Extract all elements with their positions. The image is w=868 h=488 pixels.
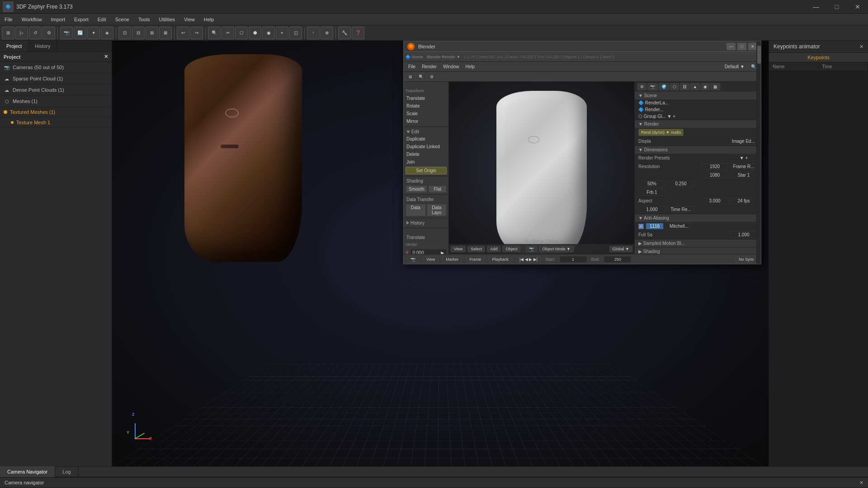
aspect-x-value[interactable]: 3.000 bbox=[701, 197, 728, 204]
bl-menu-help[interactable]: Help bbox=[463, 62, 478, 72]
bl-motion-blur-title[interactable]: ▶ Sampled Motion Bl... bbox=[635, 239, 761, 247]
bl-x-input[interactable]: 0.000 ▶ bbox=[410, 249, 447, 254]
bl-antialias-title[interactable]: ▼ Anti-Aliasing bbox=[635, 214, 761, 222]
bl-prop-data-icon[interactable]: ▲ bbox=[690, 83, 700, 90]
menu-export[interactable]: Export bbox=[70, 14, 93, 25]
bl-render-engine[interactable]: Blender Render ▼ bbox=[427, 55, 460, 59]
toolbar-btn-8[interactable]: ◈ bbox=[101, 27, 113, 39]
toolbar-btn-22[interactable]: ↑ bbox=[307, 27, 320, 39]
bl-prop-render-icon[interactable]: 📷 bbox=[647, 83, 658, 90]
bl-toolbar-btn-2[interactable]: 🔍 bbox=[415, 74, 427, 80]
scale2-value[interactable]: 0.250 bbox=[667, 180, 694, 187]
bl-vt-icon-cam[interactable]: 📷 bbox=[526, 246, 537, 252]
bl-scene-selector[interactable]: 🔷 Scene bbox=[406, 55, 423, 59]
bl-prop-object-icon[interactable]: ⬡ bbox=[670, 83, 679, 90]
sidebar-item-textured[interactable]: Textured Meshes (1) bbox=[0, 107, 112, 117]
menu-help[interactable]: Help bbox=[199, 14, 219, 25]
bl-start-value[interactable]: 1 bbox=[560, 256, 587, 263]
toolbar-btn-9[interactable]: ⊡ bbox=[118, 27, 131, 39]
bl-prop-constraint-icon[interactable]: ⛓ bbox=[680, 83, 689, 90]
maximize-button[interactable]: □ bbox=[826, 0, 847, 14]
bl-vt-view[interactable]: View bbox=[451, 246, 466, 252]
toolbar-btn-2[interactable]: ▷ bbox=[15, 27, 28, 39]
bl-scene-title[interactable]: ▼ Scene bbox=[635, 92, 761, 99]
samples-value[interactable]: 1116 bbox=[646, 223, 664, 230]
toolbar-btn-11[interactable]: ⊞ bbox=[146, 27, 158, 39]
blender-maximize[interactable]: □ bbox=[737, 43, 746, 50]
blender-minimize[interactable]: — bbox=[726, 43, 736, 50]
frame-r-value[interactable]: Frame R... bbox=[730, 163, 757, 170]
sidebar-item-sparse[interactable]: ☁ Sparse Point Cloud (1) bbox=[0, 73, 112, 84]
menu-utilities[interactable]: Utilities bbox=[155, 14, 179, 25]
bl-tool-scale[interactable]: Scale bbox=[404, 110, 448, 117]
menu-tools[interactable]: Tools bbox=[134, 14, 155, 25]
bl-tool-delete[interactable]: Delete bbox=[404, 150, 448, 158]
cam-nav-close-btn[interactable]: ✕ bbox=[859, 480, 863, 486]
bl-tool-set-origin[interactable]: Set Origin bbox=[406, 167, 447, 174]
bl-dimensions-title[interactable]: ▼ Dimensions bbox=[635, 146, 761, 154]
toolbar-btn-1[interactable]: ⊞ bbox=[2, 27, 14, 39]
minimize-button[interactable]: — bbox=[806, 0, 826, 14]
bl-toolbar-btn-1[interactable]: ⊞ bbox=[406, 74, 415, 80]
bl-tool-rotate[interactable]: Rotate bbox=[404, 102, 448, 110]
bl-prop-texture-icon[interactable]: ▦ bbox=[711, 83, 720, 90]
toolbar-btn-25[interactable]: ❓ bbox=[352, 27, 364, 39]
bl-view-btn[interactable]: View bbox=[423, 256, 438, 263]
aspect-y-value[interactable]: 1.000 bbox=[638, 206, 665, 213]
toolbar-btn-4[interactable]: ⚙ bbox=[42, 27, 55, 39]
fullsa-value[interactable]: 1.000 bbox=[730, 231, 757, 238]
bl-tool-duplicate-linked[interactable]: Duplicate Linked bbox=[404, 143, 448, 150]
toolbar-btn-19[interactable]: ◉ bbox=[262, 27, 275, 39]
bl-global-mode[interactable]: Global ▼ bbox=[609, 246, 632, 252]
frb-value[interactable]: Frb 1 bbox=[638, 189, 665, 196]
bl-prop-scene-icon[interactable]: ⚙ bbox=[637, 83, 646, 90]
sidebar-item-dense[interactable]: ☁ Dense Point Clouds (1) bbox=[0, 84, 112, 96]
kp-close-btn[interactable]: ✕ bbox=[859, 44, 863, 50]
filter-value[interactable]: Mitchell... bbox=[665, 223, 693, 230]
bl-marker-btn[interactable]: Marker bbox=[443, 256, 462, 263]
fps-value[interactable]: 24 fps bbox=[730, 197, 757, 204]
menu-file[interactable]: File bbox=[0, 14, 17, 25]
toolbar-btn-5[interactable]: 📷 bbox=[60, 27, 73, 39]
bl-tool-duplicate[interactable]: Duplicate bbox=[404, 135, 448, 143]
menu-scene[interactable]: Scene bbox=[111, 14, 134, 25]
scale-value[interactable]: 50% bbox=[638, 180, 665, 187]
toolbar-btn-23[interactable]: ⊕ bbox=[321, 27, 333, 39]
bl-render-title[interactable]: ▼ Render bbox=[635, 120, 761, 128]
bl-flat-btn[interactable]: Flat bbox=[428, 185, 447, 193]
bl-camera-icon[interactable]: 📷 bbox=[407, 256, 419, 263]
close-button[interactable]: ✕ bbox=[847, 0, 868, 14]
bl-tool-join[interactable]: Join bbox=[404, 158, 448, 166]
aa-checkbox[interactable]: ✓ bbox=[638, 224, 644, 229]
bl-menu-window[interactable]: Window bbox=[440, 62, 462, 72]
sidebar-item-texture-mesh-1[interactable]: Texture Mesh 1 bbox=[0, 117, 112, 128]
bl-vt-object[interactable]: Object bbox=[502, 246, 520, 252]
bl-tool-translate[interactable]: Translate bbox=[404, 94, 448, 102]
bl-menu-render[interactable]: Render bbox=[419, 62, 439, 72]
toolbar-btn-10[interactable]: ⊟ bbox=[132, 27, 145, 39]
tab-camera-navigator[interactable]: Camera Navigator bbox=[0, 466, 55, 477]
res-y-value[interactable]: 1080 bbox=[701, 172, 728, 178]
bl-play-controls[interactable]: |◀ ◀ ▶ ▶| bbox=[516, 256, 541, 263]
bl-prop-material-icon[interactable]: ◉ bbox=[701, 83, 710, 90]
bl-vt-select[interactable]: Select bbox=[467, 246, 485, 252]
toolbar-btn-15[interactable]: 🔍 bbox=[208, 27, 221, 39]
sidebar-item-meshes[interactable]: ⬡ Meshes (1) bbox=[0, 96, 112, 107]
toolbar-btn-3[interactable]: ↺ bbox=[29, 27, 42, 39]
bl-object-mode[interactable]: Object Mode ▼ bbox=[539, 246, 573, 252]
bl-render-still[interactable]: Rend (dy/on) ▼ Audio bbox=[638, 129, 684, 136]
res-x-value[interactable]: 1920 bbox=[701, 163, 728, 170]
toolbar-btn-24[interactable]: 🔧 bbox=[338, 27, 351, 39]
history-toggle[interactable]: History bbox=[406, 221, 425, 225]
bl-data-btn[interactable]: Data bbox=[406, 204, 426, 216]
blender-close[interactable]: ✕ bbox=[748, 43, 757, 50]
render-presets-value[interactable]: ▼ + bbox=[730, 155, 757, 161]
toolbar-btn-21[interactable]: ◫ bbox=[289, 27, 302, 39]
bl-playback-btn[interactable]: Playback bbox=[489, 256, 512, 263]
tab-project[interactable]: Project bbox=[0, 41, 28, 52]
menu-import[interactable]: Import bbox=[47, 14, 70, 25]
menu-edit[interactable]: Edit bbox=[93, 14, 111, 25]
toolbar-btn-13[interactable]: ↩ bbox=[177, 27, 189, 39]
menu-view[interactable]: View bbox=[179, 14, 199, 25]
toolbar-btn-20[interactable]: ⌖ bbox=[276, 27, 288, 39]
